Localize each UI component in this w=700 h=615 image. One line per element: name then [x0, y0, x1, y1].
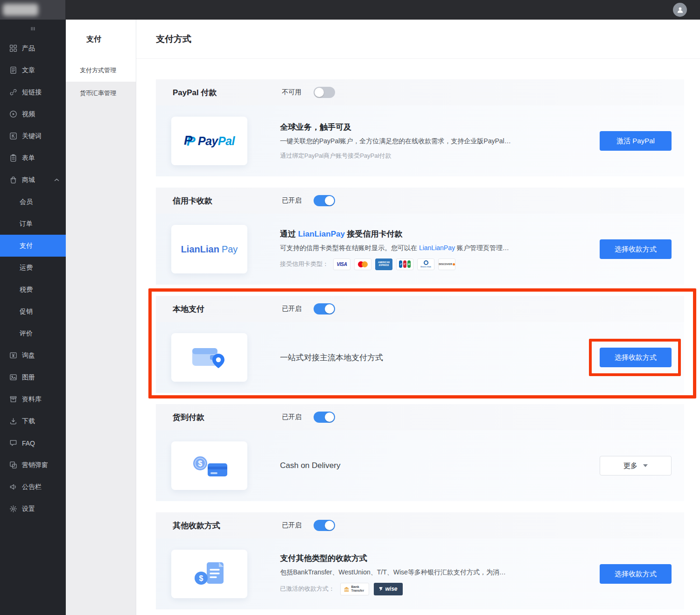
bank-icon [343, 586, 350, 592]
sidebar-item-short-links[interactable]: 短链接 [0, 81, 66, 103]
card-heading: 通过 LianLianPay 接受信用卡付款 [280, 229, 588, 239]
other-methods-logo-card: $ [171, 550, 247, 598]
sidebar-item-articles[interactable]: 文章 [0, 59, 66, 81]
more-button[interactable]: 更多 [600, 456, 672, 475]
sidebar-item-promotions[interactable]: 促销 [0, 301, 66, 322]
section-body: LianLianPay 通过 LianLianPay 接受信用卡付款 可支持的信… [156, 214, 684, 285]
sidebar-item-orders[interactable]: 订单 [0, 213, 66, 235]
sidebar-item-inquiries[interactable]: 询盘 [0, 344, 66, 366]
sidebar-item-albums[interactable]: 图册 [0, 366, 66, 388]
sidebar-item-reviews[interactable]: 评价 [0, 322, 66, 344]
settings-icon [9, 505, 17, 513]
sidebar-item-label: FAQ [22, 440, 35, 447]
sidebar-item-videos[interactable]: 视频 [0, 103, 66, 125]
sidebar-item-products[interactable]: 产品 [0, 37, 66, 59]
sidebar-item-tax[interactable]: 税费 [0, 279, 66, 301]
sidebar-item-label: 商城 [22, 176, 35, 184]
card-heading: 一站式对接主流本地支付方式 [280, 352, 588, 363]
chevron-up-icon [54, 178, 59, 182]
secondary-sidebar: 支付 支付方式管理 货币汇率管理 [66, 20, 136, 615]
section-local-payment: 本地支付 已开启 [156, 296, 684, 393]
section-header: PayPal 付款 不可用 [156, 79, 684, 105]
download-icon [9, 417, 17, 425]
album-icon [9, 373, 17, 381]
cash-on-delivery-toggle[interactable] [314, 412, 335, 423]
sidebar-item-shipping[interactable]: 运费 [0, 257, 66, 279]
wallet-location-icon [191, 342, 228, 372]
paypal-logo: PP PayPal [184, 133, 235, 149]
toggle-status-label: 已开启 [282, 521, 301, 530]
section-header: 信用卡收款 已开启 [156, 188, 684, 214]
sidebar-collapse-button[interactable] [0, 20, 66, 37]
toggle-status-label: 已开启 [282, 413, 301, 421]
subnav-item-currency-rate-management[interactable]: 货币汇率管理 [66, 82, 136, 105]
sidebar-item-library[interactable]: 资料库 [0, 388, 66, 410]
faq-icon [9, 439, 17, 447]
local-payment-logo-card [171, 333, 247, 382]
other-methods-toggle[interactable] [314, 520, 335, 531]
sidebar-item-faq[interactable]: FAQ [0, 432, 66, 454]
page-header: 支付方式 [136, 20, 700, 59]
activated-methods: 已激活的收款方式： Bank Transfer wise [280, 583, 588, 595]
sidebar-item-label: 支付 [20, 242, 33, 250]
lianlianpay-logo: LianLianPay [181, 244, 238, 255]
amex-card-icon: AMERICAN EXPRESS [375, 259, 392, 270]
sidebar-item-marketing-popup[interactable]: 营销弹窗 [0, 454, 66, 476]
section-paypal: PayPal 付款 不可用 PP PayPal 全球业务，触手可及 一键关联您的… [156, 79, 684, 176]
sidebar-item-label: 公告栏 [22, 483, 42, 491]
sidebar-item-label: 图册 [22, 373, 35, 382]
app-logo[interactable] [0, 0, 65, 20]
section-cash-on-delivery: 货到付款 已开启 $ [156, 404, 684, 501]
activate-paypal-button[interactable]: 激活 PayPal [600, 131, 672, 151]
visa-card-icon: VISA [333, 259, 350, 270]
section-title: 本地支付 [173, 304, 282, 314]
keyword-icon [9, 132, 17, 140]
sidebar-item-label: 下载 [22, 417, 35, 426]
page-title: 支付方式 [156, 33, 191, 45]
form-icon [9, 154, 17, 162]
lianlianpay-link[interactable]: LianLianPay [419, 244, 455, 252]
lianlianpay-link[interactable]: LianLianPay [298, 230, 345, 238]
svg-text:$: $ [198, 460, 202, 468]
paypal-logo-card: PP PayPal [171, 117, 247, 165]
bank-transfer-badge: Bank Transfer [340, 583, 369, 595]
paypal-toggle[interactable] [314, 87, 335, 98]
section-body: $ Cash on Delivery 更多 [156, 430, 684, 501]
local-payment-toggle[interactable] [314, 303, 335, 314]
sidebar-item-label: 会员 [20, 198, 33, 206]
library-icon [9, 395, 17, 403]
sidebar-item-members[interactable]: 会员 [0, 191, 66, 213]
card-note: 通过绑定PayPal商户账号接受PayPal付款 [280, 152, 588, 160]
credit-card-toggle[interactable] [314, 195, 335, 206]
card-description: 包括BankTransfer、WestUnion、T/T、Wise等多种银行汇款… [280, 568, 588, 577]
user-avatar[interactable] [673, 3, 687, 17]
lianlianpay-logo-card: LianLianPay [171, 225, 247, 273]
chevron-down-icon [643, 464, 648, 467]
subnav-title: 支付 [66, 20, 136, 59]
topbar [0, 0, 700, 20]
toggle-status-label: 已开启 [282, 305, 301, 313]
sidebar-item-mall[interactable]: 商城 [0, 169, 66, 191]
sidebar-item-settings[interactable]: 设置 [0, 498, 66, 520]
sidebar-item-downloads[interactable]: 下载 [0, 410, 66, 432]
select-payment-method-button[interactable]: 选择收款方式 [600, 239, 672, 259]
diners-club-card-icon: Diners Club [417, 259, 434, 270]
toggle-knob [325, 196, 334, 205]
sidebar-item-payment[interactable]: 支付 [0, 235, 66, 257]
wise-badge: wise [374, 583, 403, 595]
section-credit-card: 信用卡收款 已开启 LianLianPay 通过 LianLianPay 接受信… [156, 188, 684, 285]
section-header: 本地支付 已开启 [156, 296, 684, 322]
popup-icon [9, 461, 17, 469]
announce-icon [9, 483, 17, 491]
accepted-card-types: 接受信用卡类型： VISA AMERICAN EXPRESS JCB Diner… [280, 259, 588, 270]
sidebar-item-announcement[interactable]: 公告栏 [0, 476, 66, 498]
subnav-item-payment-method-management[interactable]: 支付方式管理 [66, 59, 136, 82]
select-payment-method-button[interactable]: 选择收款方式 [600, 348, 672, 367]
select-payment-method-button[interactable]: 选择收款方式 [600, 564, 672, 584]
toggle-status-label: 已开启 [282, 196, 301, 205]
sidebar-item-keywords[interactable]: 关键词 [0, 125, 66, 147]
sidebar-item-forms[interactable]: 表单 [0, 147, 66, 169]
sidebar-item-label: 订单 [20, 220, 33, 228]
sidebar-item-label: 询盘 [22, 351, 35, 360]
logo-image [3, 4, 38, 16]
